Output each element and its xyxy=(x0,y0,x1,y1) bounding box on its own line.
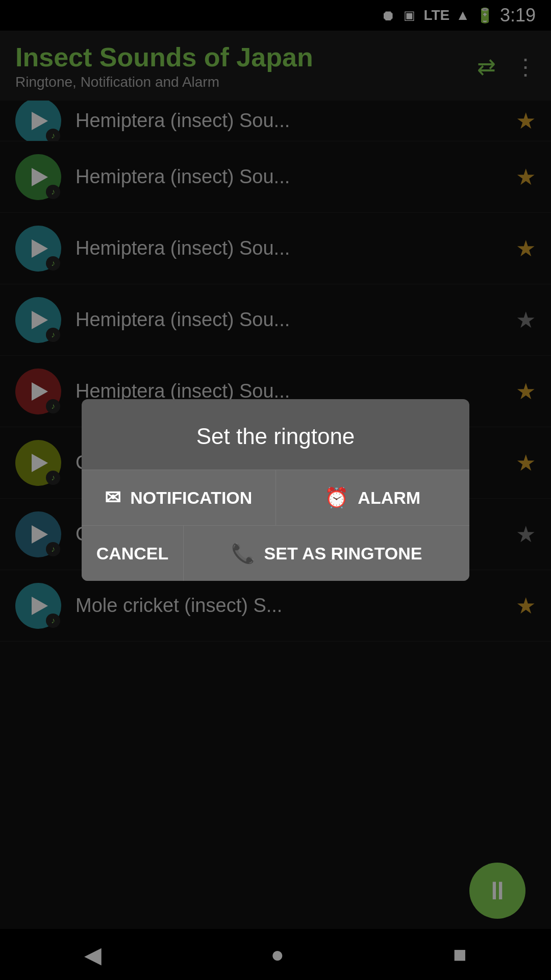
dialog-row1: ✉ NOTIFICATION ⏰ ALARM xyxy=(82,470,469,525)
alarm-label: ALARM xyxy=(358,488,420,508)
cancel-button[interactable]: CANCEL xyxy=(82,526,184,581)
set-ringtone-button[interactable]: 📞 SET AS RINGTONE xyxy=(184,526,469,581)
dialog-row2: CANCEL 📞 SET AS RINGTONE xyxy=(82,525,469,581)
set-ringtone-label: SET AS RINGTONE xyxy=(264,544,422,564)
notification-label: NOTIFICATION xyxy=(130,488,252,508)
alarm-button[interactable]: ⏰ ALARM xyxy=(276,470,470,525)
envelope-icon: ✉ xyxy=(105,486,121,509)
ringtone-dialog: Set the ringtone ✉ NOTIFICATION ⏰ ALARM … xyxy=(82,399,469,581)
notification-button[interactable]: ✉ NOTIFICATION xyxy=(82,470,276,525)
phone-icon: 📞 xyxy=(231,542,255,565)
alarm-icon: ⏰ xyxy=(324,486,348,509)
dialog-overlay: Set the ringtone ✉ NOTIFICATION ⏰ ALARM … xyxy=(0,0,551,980)
dialog-title: Set the ringtone xyxy=(82,399,469,470)
